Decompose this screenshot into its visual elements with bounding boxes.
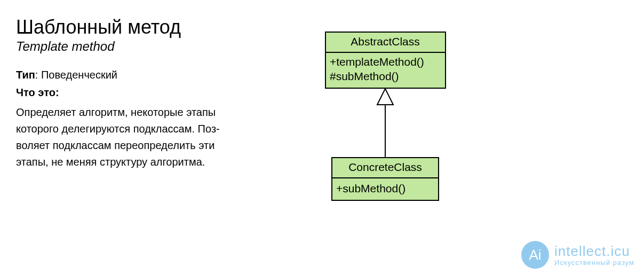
uml-diagram: AbstractClass +templateMethod() #subMeth… [320, 27, 459, 256]
concrete-class-name: ConcreteClass [348, 161, 422, 173]
type-line: Тип: Поведенческий [16, 69, 224, 81]
text-column: Шаблонный метод Template method Тип: Пов… [16, 16, 245, 170]
watermark-text: intellect.icu Искусственный разум [554, 243, 634, 267]
type-label: Тип [16, 69, 35, 81]
pattern-title-ru: Шаблонный метод [16, 16, 224, 38]
page-container: Шаблонный метод Template method Тип: Пов… [0, 0, 644, 170]
concrete-class-box: ConcreteClass +subMethod() [332, 158, 439, 200]
inheritance-arrow-icon [377, 89, 393, 105]
abstract-method-2: #subMethod() [330, 70, 399, 82]
abstract-class-box: AbstractClass +templateMethod() #subMeth… [325, 32, 446, 88]
watermark-main: intellect.icu [554, 243, 634, 260]
watermark-sub: Искусственный разум [554, 259, 634, 267]
what-label: Что это: [16, 87, 224, 99]
pattern-description: Определяет алгоритм, некоторые этапы кот… [16, 104, 224, 170]
pattern-title-en: Template method [16, 39, 224, 54]
type-value: Поведенческий [41, 69, 117, 81]
abstract-class-name: AbstractClass [351, 35, 420, 48]
diagram-column: AbstractClass +templateMethod() #subMeth… [245, 16, 628, 170]
concrete-method-1: +subMethod() [336, 182, 406, 194]
watermark-logo-icon: Ai [521, 241, 549, 269]
inheritance-connector [377, 89, 393, 158]
watermark: Ai intellect.icu Искусственный разум [521, 241, 634, 269]
abstract-method-1: +templateMethod() [330, 56, 424, 68]
